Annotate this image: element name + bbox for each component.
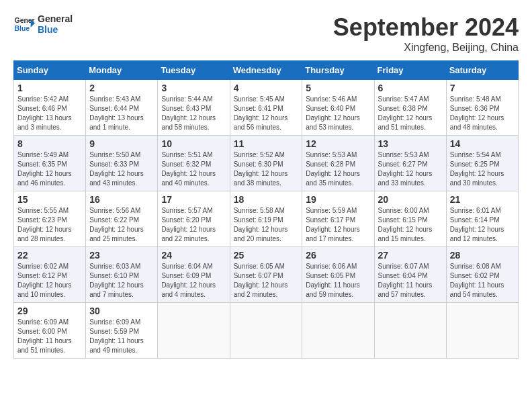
day-number: 9 <box>89 138 154 149</box>
day-info: Sunrise: 5:50 AM Sunset: 6:33 PM Dayligh… <box>89 150 154 188</box>
table-row: 13Sunrise: 5:53 AM Sunset: 6:27 PM Dayli… <box>374 136 446 191</box>
logo-line2: Blue <box>38 24 73 35</box>
day-number: 27 <box>378 250 443 261</box>
svg-text:Blue: Blue <box>15 25 30 32</box>
logo: General Blue General Blue <box>13 13 73 35</box>
day-number: 11 <box>234 138 299 149</box>
calendar-header-row: Sunday Monday Tuesday Wednesday Thursday… <box>14 61 519 80</box>
table-row: 20Sunrise: 6:00 AM Sunset: 6:15 PM Dayli… <box>374 191 446 247</box>
table-row: 18Sunrise: 5:58 AM Sunset: 6:19 PM Dayli… <box>230 191 302 247</box>
day-number: 6 <box>378 83 443 93</box>
day-info: Sunrise: 5:47 AM Sunset: 6:38 PM Dayligh… <box>378 95 443 132</box>
table-row: 1Sunrise: 5:42 AM Sunset: 6:46 PM Daylig… <box>14 80 86 136</box>
page-header: General Blue General Blue September 2024… <box>13 13 519 54</box>
day-info: Sunrise: 5:45 AM Sunset: 6:41 PM Dayligh… <box>234 95 299 132</box>
table-row: 22Sunrise: 6:02 AM Sunset: 6:12 PM Dayli… <box>14 247 86 303</box>
day-number: 18 <box>234 194 299 205</box>
day-info: Sunrise: 6:00 AM Sunset: 6:15 PM Dayligh… <box>378 206 443 244</box>
day-info: Sunrise: 6:09 AM Sunset: 5:59 PM Dayligh… <box>89 318 154 355</box>
day-number: 12 <box>306 138 370 149</box>
header-friday: Friday <box>374 61 446 80</box>
table-row: 19Sunrise: 5:59 AM Sunset: 6:17 PM Dayli… <box>302 191 374 247</box>
day-number: 7 <box>450 83 515 93</box>
day-info: Sunrise: 6:06 AM Sunset: 6:05 PM Dayligh… <box>306 262 370 300</box>
day-info: Sunrise: 5:52 AM Sunset: 6:30 PM Dayligh… <box>234 150 299 188</box>
day-info: Sunrise: 5:54 AM Sunset: 6:25 PM Dayligh… <box>450 150 515 188</box>
day-number: 3 <box>161 83 226 93</box>
table-row: 9Sunrise: 5:50 AM Sunset: 6:33 PM Daylig… <box>86 136 158 191</box>
day-number: 23 <box>89 250 154 261</box>
day-info: Sunrise: 6:07 AM Sunset: 6:04 PM Dayligh… <box>378 262 443 300</box>
table-row: 7Sunrise: 5:48 AM Sunset: 6:36 PM Daylig… <box>446 80 518 136</box>
table-row <box>302 303 374 359</box>
day-info: Sunrise: 5:46 AM Sunset: 6:40 PM Dayligh… <box>306 95 370 132</box>
table-row: 6Sunrise: 5:47 AM Sunset: 6:38 PM Daylig… <box>374 80 446 136</box>
table-row: 16Sunrise: 5:56 AM Sunset: 6:22 PM Dayli… <box>86 191 158 247</box>
header-thursday: Thursday <box>302 61 374 80</box>
header-saturday: Saturday <box>446 61 518 80</box>
day-number: 16 <box>89 194 154 205</box>
table-row: 25Sunrise: 6:05 AM Sunset: 6:07 PM Dayli… <box>230 247 302 303</box>
day-info: Sunrise: 5:51 AM Sunset: 6:32 PM Dayligh… <box>161 150 226 188</box>
day-info: Sunrise: 5:53 AM Sunset: 6:28 PM Dayligh… <box>306 150 370 188</box>
logo-icon: General Blue <box>13 13 35 35</box>
day-number: 10 <box>161 138 226 149</box>
calendar-row: 8Sunrise: 5:49 AM Sunset: 6:35 PM Daylig… <box>14 136 519 191</box>
table-row: 26Sunrise: 6:06 AM Sunset: 6:05 PM Dayli… <box>302 247 374 303</box>
table-row: 15Sunrise: 5:55 AM Sunset: 6:23 PM Dayli… <box>14 191 86 247</box>
table-row: 11Sunrise: 5:52 AM Sunset: 6:30 PM Dayli… <box>230 136 302 191</box>
day-info: Sunrise: 6:04 AM Sunset: 6:09 PM Dayligh… <box>161 262 226 300</box>
day-info: Sunrise: 5:49 AM Sunset: 6:35 PM Dayligh… <box>17 150 82 188</box>
table-row: 4Sunrise: 5:45 AM Sunset: 6:41 PM Daylig… <box>230 80 302 136</box>
day-info: Sunrise: 5:59 AM Sunset: 6:17 PM Dayligh… <box>306 206 370 244</box>
table-row: 30Sunrise: 6:09 AM Sunset: 5:59 PM Dayli… <box>86 303 158 359</box>
title-area: September 2024 Xingfeng, Beijing, China <box>333 13 519 54</box>
header-monday: Monday <box>86 61 158 80</box>
table-row <box>230 303 302 359</box>
table-row: 2Sunrise: 5:43 AM Sunset: 6:44 PM Daylig… <box>86 80 158 136</box>
table-row: 21Sunrise: 6:01 AM Sunset: 6:14 PM Dayli… <box>446 191 518 247</box>
day-info: Sunrise: 5:44 AM Sunset: 6:43 PM Dayligh… <box>161 95 226 132</box>
table-row <box>158 303 230 359</box>
day-info: Sunrise: 6:01 AM Sunset: 6:14 PM Dayligh… <box>450 206 515 244</box>
day-number: 21 <box>450 194 515 205</box>
day-number: 17 <box>161 194 226 205</box>
day-number: 4 <box>234 83 299 93</box>
table-row: 17Sunrise: 5:57 AM Sunset: 6:20 PM Dayli… <box>158 191 230 247</box>
table-row: 24Sunrise: 6:04 AM Sunset: 6:09 PM Dayli… <box>158 247 230 303</box>
month-title: September 2024 <box>333 13 519 42</box>
day-number: 20 <box>378 194 443 205</box>
header-wednesday: Wednesday <box>230 61 302 80</box>
day-info: Sunrise: 5:58 AM Sunset: 6:19 PM Dayligh… <box>234 206 299 244</box>
table-row: 28Sunrise: 6:08 AM Sunset: 6:02 PM Dayli… <box>446 247 518 303</box>
logo-line1: General <box>38 13 73 24</box>
table-row: 12Sunrise: 5:53 AM Sunset: 6:28 PM Dayli… <box>302 136 374 191</box>
day-number: 28 <box>450 250 515 261</box>
day-info: Sunrise: 5:42 AM Sunset: 6:46 PM Dayligh… <box>17 95 82 132</box>
table-row <box>446 303 518 359</box>
day-info: Sunrise: 6:08 AM Sunset: 6:02 PM Dayligh… <box>450 262 515 300</box>
day-number: 25 <box>234 250 299 261</box>
day-info: Sunrise: 5:43 AM Sunset: 6:44 PM Dayligh… <box>89 95 154 132</box>
table-row: 10Sunrise: 5:51 AM Sunset: 6:32 PM Dayli… <box>158 136 230 191</box>
table-row: 3Sunrise: 5:44 AM Sunset: 6:43 PM Daylig… <box>158 80 230 136</box>
day-info: Sunrise: 6:09 AM Sunset: 6:00 PM Dayligh… <box>17 318 82 355</box>
calendar-row: 1Sunrise: 5:42 AM Sunset: 6:46 PM Daylig… <box>14 80 519 136</box>
day-info: Sunrise: 6:02 AM Sunset: 6:12 PM Dayligh… <box>17 262 82 300</box>
table-row: 27Sunrise: 6:07 AM Sunset: 6:04 PM Dayli… <box>374 247 446 303</box>
location-title: Xingfeng, Beijing, China <box>333 42 519 54</box>
day-info: Sunrise: 6:05 AM Sunset: 6:07 PM Dayligh… <box>234 262 299 300</box>
table-row <box>374 303 446 359</box>
header-sunday: Sunday <box>14 61 86 80</box>
day-number: 26 <box>306 250 370 261</box>
day-number: 19 <box>306 194 370 205</box>
table-row: 29Sunrise: 6:09 AM Sunset: 6:00 PM Dayli… <box>14 303 86 359</box>
table-row: 14Sunrise: 5:54 AM Sunset: 6:25 PM Dayli… <box>446 136 518 191</box>
day-info: Sunrise: 5:48 AM Sunset: 6:36 PM Dayligh… <box>450 95 515 132</box>
table-row: 23Sunrise: 6:03 AM Sunset: 6:10 PM Dayli… <box>86 247 158 303</box>
calendar-table: Sunday Monday Tuesday Wednesday Thursday… <box>13 60 519 359</box>
day-info: Sunrise: 6:03 AM Sunset: 6:10 PM Dayligh… <box>89 262 154 300</box>
day-info: Sunrise: 5:55 AM Sunset: 6:23 PM Dayligh… <box>17 206 82 244</box>
day-number: 1 <box>17 83 82 93</box>
day-number: 22 <box>17 250 82 261</box>
